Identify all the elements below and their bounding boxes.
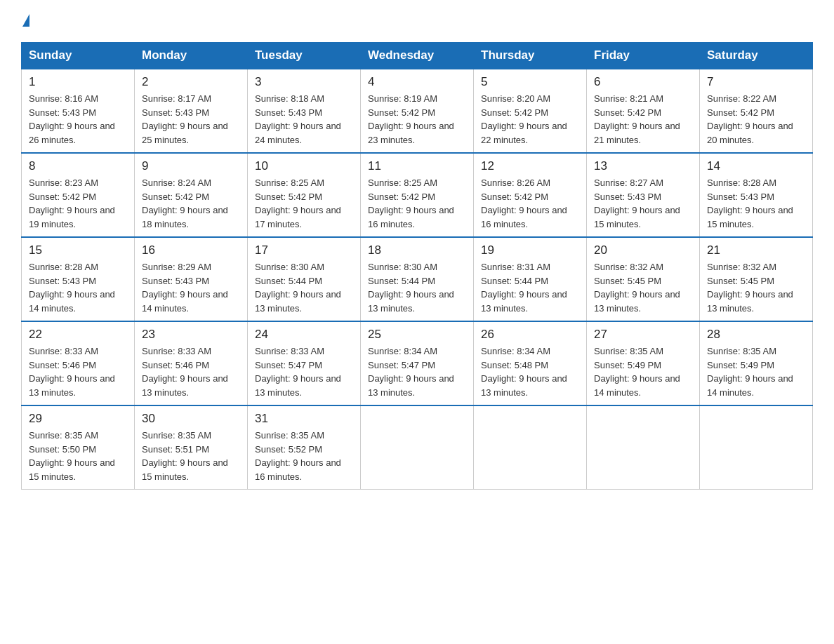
day-number: 15 [29,243,127,257]
day-number: 9 [142,159,240,173]
calendar-cell: 12 Sunrise: 8:26 AM Sunset: 5:42 PM Dayl… [474,153,587,237]
calendar-cell: 4 Sunrise: 8:19 AM Sunset: 5:42 PM Dayli… [361,69,474,153]
calendar-week-row: 29 Sunrise: 8:35 AM Sunset: 5:50 PM Dayl… [22,405,813,490]
calendar-cell: 9 Sunrise: 8:24 AM Sunset: 5:42 PM Dayli… [135,153,248,237]
day-number: 12 [481,159,579,173]
day-number: 25 [368,328,466,342]
calendar-cell: 2 Sunrise: 8:17 AM Sunset: 5:43 PM Dayli… [135,69,248,153]
day-number: 22 [29,328,127,342]
day-number: 18 [368,243,466,257]
day-number: 7 [707,75,805,89]
weekday-header-friday: Friday [587,43,700,69]
day-info: Sunrise: 8:34 AM Sunset: 5:47 PM Dayligh… [368,344,466,399]
day-info: Sunrise: 8:31 AM Sunset: 5:44 PM Dayligh… [481,260,579,315]
day-number: 13 [594,159,692,173]
weekday-header-thursday: Thursday [474,43,587,69]
calendar-week-row: 22 Sunrise: 8:33 AM Sunset: 5:46 PM Dayl… [22,321,813,405]
day-number: 8 [29,159,127,173]
calendar-cell: 16 Sunrise: 8:29 AM Sunset: 5:43 PM Dayl… [135,237,248,321]
calendar-cell: 27 Sunrise: 8:35 AM Sunset: 5:49 PM Dayl… [587,321,700,405]
calendar-cell: 14 Sunrise: 8:28 AM Sunset: 5:43 PM Dayl… [700,153,813,237]
day-info: Sunrise: 8:35 AM Sunset: 5:49 PM Dayligh… [594,344,692,399]
day-number: 24 [255,328,353,342]
calendar-cell: 6 Sunrise: 8:21 AM Sunset: 5:42 PM Dayli… [587,69,700,153]
day-info: Sunrise: 8:26 AM Sunset: 5:42 PM Dayligh… [481,176,579,231]
logo [21,14,29,29]
day-info: Sunrise: 8:25 AM Sunset: 5:42 PM Dayligh… [368,176,466,231]
day-info: Sunrise: 8:25 AM Sunset: 5:42 PM Dayligh… [255,176,353,231]
day-info: Sunrise: 8:35 AM Sunset: 5:52 PM Dayligh… [255,429,353,483]
logo-triangle-icon [22,14,29,27]
calendar-cell: 13 Sunrise: 8:27 AM Sunset: 5:43 PM Dayl… [587,153,700,237]
day-info: Sunrise: 8:24 AM Sunset: 5:42 PM Dayligh… [142,176,240,231]
calendar-cell: 19 Sunrise: 8:31 AM Sunset: 5:44 PM Dayl… [474,237,587,321]
day-number: 20 [594,243,692,257]
day-info: Sunrise: 8:19 AM Sunset: 5:42 PM Dayligh… [368,92,466,147]
calendar-week-row: 8 Sunrise: 8:23 AM Sunset: 5:42 PM Dayli… [22,153,813,237]
day-number: 17 [255,243,353,257]
calendar-cell [474,405,587,490]
calendar-cell: 11 Sunrise: 8:25 AM Sunset: 5:42 PM Dayl… [361,153,474,237]
calendar-cell: 25 Sunrise: 8:34 AM Sunset: 5:47 PM Dayl… [361,321,474,405]
day-number: 1 [29,75,127,89]
day-number: 2 [142,75,240,89]
calendar-cell: 24 Sunrise: 8:33 AM Sunset: 5:47 PM Dayl… [248,321,361,405]
calendar-cell: 18 Sunrise: 8:30 AM Sunset: 5:44 PM Dayl… [361,237,474,321]
weekday-header-row: SundayMondayTuesdayWednesdayThursdayFrid… [22,43,813,69]
day-info: Sunrise: 8:35 AM Sunset: 5:50 PM Dayligh… [29,429,127,483]
calendar-cell: 22 Sunrise: 8:33 AM Sunset: 5:46 PM Dayl… [22,321,135,405]
day-info: Sunrise: 8:33 AM Sunset: 5:46 PM Dayligh… [142,344,240,399]
day-info: Sunrise: 8:20 AM Sunset: 5:42 PM Dayligh… [481,92,579,147]
calendar-cell: 5 Sunrise: 8:20 AM Sunset: 5:42 PM Dayli… [474,69,587,153]
weekday-header-saturday: Saturday [700,43,813,69]
weekday-header-tuesday: Tuesday [248,43,361,69]
day-number: 28 [707,328,805,342]
calendar-week-row: 15 Sunrise: 8:28 AM Sunset: 5:43 PM Dayl… [22,237,813,321]
day-info: Sunrise: 8:34 AM Sunset: 5:48 PM Dayligh… [481,344,579,399]
day-info: Sunrise: 8:35 AM Sunset: 5:49 PM Dayligh… [707,344,805,399]
day-info: Sunrise: 8:16 AM Sunset: 5:43 PM Dayligh… [29,92,127,147]
calendar-cell: 21 Sunrise: 8:32 AM Sunset: 5:45 PM Dayl… [700,237,813,321]
page-header [21,14,813,29]
day-number: 4 [368,75,466,89]
day-number: 14 [707,159,805,173]
calendar-cell: 7 Sunrise: 8:22 AM Sunset: 5:42 PM Dayli… [700,69,813,153]
day-number: 16 [142,243,240,257]
day-number: 3 [255,75,353,89]
day-number: 26 [481,328,579,342]
day-info: Sunrise: 8:28 AM Sunset: 5:43 PM Dayligh… [707,176,805,231]
day-number: 23 [142,328,240,342]
day-info: Sunrise: 8:17 AM Sunset: 5:43 PM Dayligh… [142,92,240,147]
day-info: Sunrise: 8:33 AM Sunset: 5:46 PM Dayligh… [29,344,127,399]
day-info: Sunrise: 8:30 AM Sunset: 5:44 PM Dayligh… [255,260,353,315]
calendar-cell: 10 Sunrise: 8:25 AM Sunset: 5:42 PM Dayl… [248,153,361,237]
day-info: Sunrise: 8:35 AM Sunset: 5:51 PM Dayligh… [142,429,240,483]
calendar-cell: 29 Sunrise: 8:35 AM Sunset: 5:50 PM Dayl… [22,405,135,490]
day-info: Sunrise: 8:23 AM Sunset: 5:42 PM Dayligh… [29,176,127,231]
day-info: Sunrise: 8:21 AM Sunset: 5:42 PM Dayligh… [594,92,692,147]
day-number: 6 [594,75,692,89]
weekday-header-sunday: Sunday [22,43,135,69]
weekday-header-wednesday: Wednesday [361,43,474,69]
day-info: Sunrise: 8:27 AM Sunset: 5:43 PM Dayligh… [594,176,692,231]
calendar-cell [361,405,474,490]
day-number: 21 [707,243,805,257]
calendar-cell: 17 Sunrise: 8:30 AM Sunset: 5:44 PM Dayl… [248,237,361,321]
calendar-table: SundayMondayTuesdayWednesdayThursdayFrid… [21,42,813,490]
weekday-header-monday: Monday [135,43,248,69]
day-info: Sunrise: 8:18 AM Sunset: 5:43 PM Dayligh… [255,92,353,147]
calendar-cell [700,405,813,490]
day-info: Sunrise: 8:29 AM Sunset: 5:43 PM Dayligh… [142,260,240,315]
calendar-cell: 30 Sunrise: 8:35 AM Sunset: 5:51 PM Dayl… [135,405,248,490]
calendar-cell: 28 Sunrise: 8:35 AM Sunset: 5:49 PM Dayl… [700,321,813,405]
day-info: Sunrise: 8:32 AM Sunset: 5:45 PM Dayligh… [707,260,805,315]
calendar-cell: 8 Sunrise: 8:23 AM Sunset: 5:42 PM Dayli… [22,153,135,237]
day-number: 29 [29,412,127,426]
day-info: Sunrise: 8:33 AM Sunset: 5:47 PM Dayligh… [255,344,353,399]
calendar-cell: 3 Sunrise: 8:18 AM Sunset: 5:43 PM Dayli… [248,69,361,153]
day-number: 11 [368,159,466,173]
calendar-cell [587,405,700,490]
day-info: Sunrise: 8:22 AM Sunset: 5:42 PM Dayligh… [707,92,805,147]
day-number: 31 [255,412,353,426]
day-number: 27 [594,328,692,342]
